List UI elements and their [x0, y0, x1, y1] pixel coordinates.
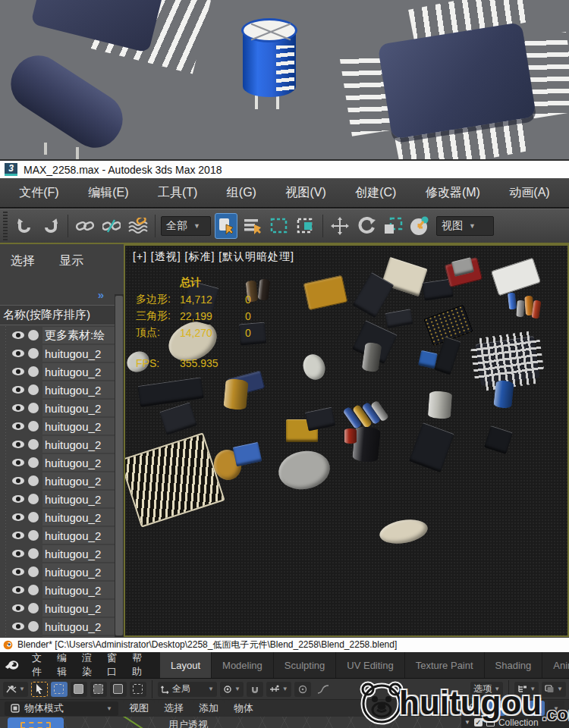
object-name[interactable]: huitugou_2 [42, 381, 115, 398]
object-list-row[interactable]: huitugou_2 [0, 362, 115, 381]
collection-checkbox[interactable]: ✓ [474, 718, 483, 726]
viewport-shading-toggle[interactable] [528, 701, 545, 716]
object-name[interactable]: huitugou_2 [42, 582, 115, 598]
object-name[interactable]: huitugou_2 [42, 400, 115, 416]
unlink-icon[interactable] [100, 213, 123, 239]
window-crossing-button[interactable] [294, 213, 317, 239]
object-list-row[interactable]: huitugou_2 [0, 472, 115, 490]
tab-display[interactable]: 显示 [59, 253, 83, 269]
eye-icon[interactable] [12, 513, 24, 521]
max-menu-item[interactable]: 编辑(E) [83, 184, 133, 202]
name-sort-header[interactable]: 名称(按降序排序) [0, 305, 115, 325]
eye-icon[interactable] [12, 331, 24, 339]
transform-orientation-dropdown[interactable]: 全局 ▼ [158, 682, 217, 697]
eye-icon[interactable] [12, 623, 24, 630]
max-menu-item[interactable]: 视图(V) [281, 184, 330, 202]
viewport-menu-item[interactable]: 视图 [123, 701, 155, 716]
select-mode-set-button[interactable] [51, 682, 68, 697]
object-name[interactable]: huitugou_2 [42, 618, 115, 635]
overlays-dropdown[interactable]: ▼ [508, 701, 525, 716]
workspace-tab[interactable]: Animation [542, 652, 569, 678]
object-list-row[interactable]: huitugou_2 [0, 599, 115, 617]
eye-icon[interactable] [12, 550, 24, 557]
max-menu-item[interactable]: 创建(C) [351, 184, 401, 202]
object-list-row[interactable]: huitugou_2 [0, 453, 115, 472]
eye-icon[interactable] [12, 422, 24, 430]
redo-icon[interactable] [39, 213, 62, 239]
eye-icon[interactable] [12, 441, 24, 448]
object-name[interactable]: huitugou_2 [42, 454, 115, 471]
active-tool-button[interactable] [8, 717, 64, 728]
viewport-menu-item[interactable]: 物体 [228, 701, 259, 716]
visibility-dot-icon[interactable] [28, 421, 39, 431]
select-and-move-button[interactable] [329, 213, 351, 239]
visibility-dot-icon[interactable] [28, 512, 39, 522]
object-list-row[interactable]: huitugou_2 [0, 435, 115, 453]
proportional-editing-toggle[interactable] [294, 682, 311, 697]
visibility-dot-icon[interactable] [28, 585, 39, 595]
snap-settings-dropdown[interactable]: ▼ [266, 682, 291, 697]
select-and-scale-button[interactable] [382, 213, 404, 239]
active-tool-cursor-button[interactable] [31, 682, 48, 697]
visibility-dot-icon[interactable] [28, 457, 39, 468]
undo-icon[interactable] [13, 213, 36, 239]
object-list-scrollbar[interactable] [115, 294, 124, 637]
visibility-dot-icon[interactable] [28, 366, 39, 377]
collection-label[interactable]: Collection [498, 717, 539, 728]
visibility-dot-icon[interactable] [28, 330, 39, 340]
object-name[interactable]: huitugou_2 [42, 345, 115, 362]
select-by-name-button[interactable] [241, 213, 264, 239]
visibility-dot-icon[interactable] [28, 621, 39, 632]
viewport-label[interactable]: [+] [透视] [标准] [默认明暗处理] [133, 250, 294, 264]
blender-menu-item[interactable]: 窗口 [99, 652, 124, 679]
workspace-tab[interactable]: UV Editing [336, 652, 404, 678]
options-dropdown[interactable]: 选项 ▼ [470, 682, 503, 697]
rectangular-selection-region-button[interactable] [268, 213, 291, 239]
object-name[interactable]: huitugou_2 [42, 600, 115, 617]
select-and-rotate-button[interactable] [355, 213, 378, 239]
object-list-row[interactable]: huitugou_2 [0, 544, 115, 563]
workspace-tab[interactable]: Sculpting [274, 652, 336, 678]
visibility-dot-icon[interactable] [28, 494, 39, 504]
snap-magnet-toggle[interactable] [247, 682, 263, 697]
proportional-falloff-icon[interactable] [314, 682, 332, 697]
panel-expand-chevrons[interactable]: » [98, 288, 104, 301]
reference-coordinate-dropdown[interactable]: 视图▼ [436, 216, 494, 236]
object-list-row[interactable]: huitugou_2 [0, 563, 115, 581]
eye-icon[interactable] [12, 604, 24, 612]
show-gizmo-dropdown[interactable]: ▼ [462, 701, 486, 716]
object-name[interactable]: huitugou_2 [42, 563, 115, 580]
object-list-row[interactable]: huitugou_2 [0, 381, 115, 399]
eye-icon[interactable] [12, 586, 24, 594]
object-name[interactable]: huitugou_2 [42, 509, 115, 526]
object-name[interactable]: 更多素材:绘 [42, 327, 115, 344]
object-list-row[interactable]: huitugou_2 [0, 581, 115, 599]
blender-menu-item[interactable]: 帮助 [124, 652, 149, 679]
visibility-dot-icon[interactable] [28, 403, 39, 413]
mode-dropdown[interactable]: 物体模式 ▼ [5, 701, 118, 716]
max-menu-item[interactable]: 修改器(M) [421, 184, 485, 202]
object-list-row[interactable]: huitugou_2 [0, 417, 115, 435]
visibility-dot-icon[interactable] [28, 603, 39, 613]
blender-viewport-strip[interactable]: 用户透视 ▼ ✓ Collection [0, 717, 569, 728]
tab-select[interactable]: 选择 [11, 253, 35, 269]
pivot-point-dropdown[interactable]: ▼ [220, 682, 244, 697]
bind-spacewarp-icon[interactable] [127, 213, 149, 239]
visibility-dot-icon[interactable] [28, 439, 39, 450]
object-list-row[interactable]: huitugou_2 [0, 526, 115, 544]
viewport-menu-item[interactable]: 选择 [158, 701, 190, 716]
blender-menu-item[interactable]: 编辑 [49, 652, 74, 679]
select-mode-subtract-button[interactable] [90, 682, 107, 697]
object-name[interactable]: huitugou_2 [42, 527, 115, 544]
object-name[interactable]: huitugou_2 [42, 545, 115, 562]
max-menu-item[interactable]: 工具(T) [153, 184, 202, 202]
visibility-dot-icon[interactable] [28, 530, 39, 541]
use-pivot-center-button[interactable] [408, 213, 431, 239]
eye-icon[interactable] [12, 350, 24, 357]
editor-type-dropdown[interactable]: ▼ [3, 682, 28, 697]
select-mode-intersect-button[interactable] [130, 682, 146, 697]
blender-menu-item[interactable]: 文件 [24, 652, 49, 679]
eye-icon[interactable] [12, 404, 24, 412]
workspace-tab[interactable]: Shading [485, 652, 543, 678]
workspace-tab[interactable]: Layout [160, 652, 212, 678]
